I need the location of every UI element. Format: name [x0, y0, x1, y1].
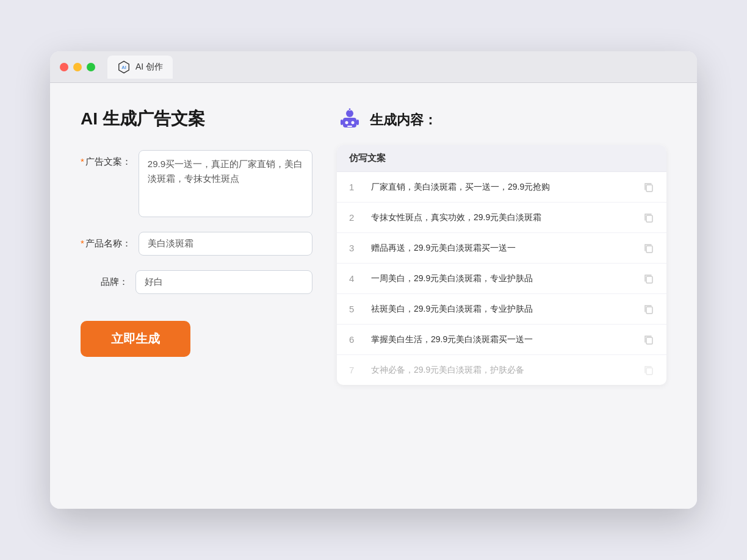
page-title: AI 生成广告文案	[81, 107, 312, 131]
svg-rect-13	[646, 246, 652, 253]
row-text-1: 厂家直销，美白淡斑霜，买一送一，29.9元抢购	[371, 181, 633, 193]
row-text-6: 掌握美白生活，29.9元美白淡斑霜买一送一	[371, 333, 633, 346]
maximize-button[interactable]	[87, 63, 95, 71]
result-row-6: 6 掌握美白生活，29.9元美白淡斑霜买一送一	[337, 325, 666, 355]
required-star-1: *	[81, 156, 84, 167]
row-number-3: 3	[349, 243, 361, 253]
svg-rect-16	[646, 337, 652, 344]
copy-icon-6[interactable]	[643, 334, 654, 345]
ai-tab[interactable]: AI AI 创作	[107, 56, 173, 79]
generate-button[interactable]: 立即生成	[81, 321, 190, 357]
robot-icon	[337, 107, 363, 133]
product-name-group: *产品名称：	[81, 232, 312, 256]
row-number-7: 7	[349, 365, 361, 375]
svg-rect-4	[341, 120, 343, 125]
brand-input[interactable]	[135, 270, 312, 294]
row-text-5: 祛斑美白，29.9元美白淡斑霜，专业护肤品	[371, 303, 633, 315]
required-star-2: *	[81, 238, 84, 248]
row-text-2: 专抹女性斑点，真实功效，29.9元美白淡斑霜	[371, 211, 633, 224]
svg-rect-12	[646, 215, 652, 222]
row-number-1: 1	[349, 182, 361, 192]
svg-text:AI: AI	[121, 65, 126, 70]
title-bar: AI AI 创作	[50, 51, 697, 83]
ai-tab-icon: AI	[117, 60, 131, 74]
svg-rect-17	[646, 368, 652, 375]
ad-copy-input[interactable]: 29.9买一送一，真正的厂家直销，美白淡斑霜，专抹女性斑点	[139, 150, 312, 217]
right-panel: 生成内容： 仿写文案 1 厂家直销，美白淡斑霜，买一送一，29.9元抢购 2 专…	[337, 107, 666, 484]
copy-icon-5[interactable]	[643, 304, 654, 315]
result-row-2: 2 专抹女性斑点，真实功效，29.9元美白淡斑霜	[337, 203, 666, 233]
result-header: 生成内容：	[337, 107, 666, 133]
row-number-6: 6	[349, 334, 361, 345]
brand-group: 品牌：	[81, 270, 312, 294]
svg-rect-5	[356, 120, 359, 125]
left-panel: AI 生成广告文案 *广告文案： 29.9买一送一，真正的厂家直销，美白淡斑霜，…	[81, 107, 312, 484]
row-number-5: 5	[349, 304, 361, 314]
tab-label: AI 创作	[135, 62, 163, 73]
copy-icon-3[interactable]	[643, 243, 654, 254]
svg-rect-15	[646, 307, 652, 314]
row-text-3: 赠品再送，29.9元美白淡斑霜买一送一	[371, 242, 633, 254]
svg-point-7	[352, 121, 355, 124]
row-text-7: 女神必备，29.9元美白淡斑霜，护肤必备	[371, 364, 633, 376]
minimize-button[interactable]	[73, 63, 82, 71]
svg-rect-8	[347, 126, 352, 127]
ad-copy-label: *广告文案：	[81, 150, 139, 168]
row-text-4: 一周美白，29.9元美白淡斑霜，专业护肤品	[371, 272, 633, 285]
result-title: 生成内容：	[370, 111, 437, 129]
ad-copy-group: *广告文案： 29.9买一送一，真正的厂家直销，美白淡斑霜，专抹女性斑点	[81, 150, 312, 217]
svg-point-6	[345, 121, 348, 124]
table-header: 仿写文案	[337, 145, 666, 172]
svg-rect-11	[646, 185, 652, 192]
copy-icon-2[interactable]	[643, 212, 654, 223]
copy-icon-7[interactable]	[643, 365, 654, 376]
copy-icon-4[interactable]	[643, 273, 654, 284]
brand-label: 品牌：	[81, 270, 135, 288]
result-row-7: 7 女神必备，29.9元美白淡斑霜，护肤必备	[337, 355, 666, 385]
product-name-label: *产品名称：	[81, 232, 139, 249]
browser-window: AI AI 创作 AI 生成广告文案 *广告文案： 29.9买一送一，真正的厂家…	[50, 51, 697, 509]
svg-point-10	[348, 108, 351, 110]
result-row-4: 4 一周美白，29.9元美白淡斑霜，专业护肤品	[337, 264, 666, 294]
result-row-3: 3 赠品再送，29.9元美白淡斑霜买一送一	[337, 233, 666, 264]
copy-icon-1[interactable]	[643, 182, 654, 193]
svg-rect-14	[646, 276, 652, 283]
result-row-1: 1 厂家直销，美白淡斑霜，买一送一，29.9元抢购	[337, 172, 666, 203]
result-table: 仿写文案 1 厂家直销，美白淡斑霜，买一送一，29.9元抢购 2 专抹女性斑点，…	[337, 145, 666, 385]
row-number-2: 2	[349, 212, 361, 223]
content-area: AI 生成广告文案 *广告文案： 29.9买一送一，真正的厂家直销，美白淡斑霜，…	[50, 83, 697, 509]
close-button[interactable]	[60, 63, 68, 71]
result-row-5: 5 祛斑美白，29.9元美白淡斑霜，专业护肤品	[337, 294, 666, 325]
traffic-lights	[60, 63, 95, 71]
product-name-input[interactable]	[139, 232, 312, 256]
row-number-4: 4	[349, 273, 361, 284]
